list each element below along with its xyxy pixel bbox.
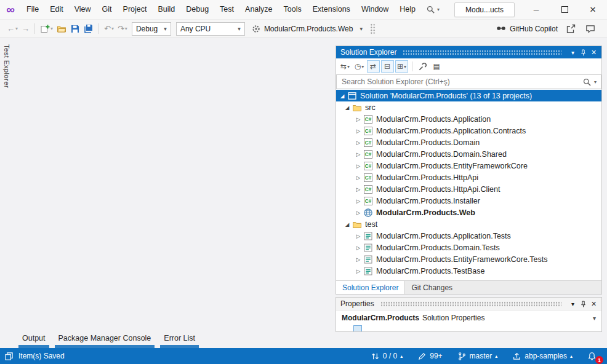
startup-project-dropdown[interactable]: ModularCrm.Products.Web ▾ bbox=[247, 24, 366, 34]
expander-icon[interactable]: ▷ bbox=[353, 116, 363, 122]
new-project-button[interactable]: ▾ bbox=[38, 22, 55, 36]
expander-icon[interactable]: ◢ bbox=[342, 105, 352, 111]
menu-item[interactable]: Test bbox=[214, 0, 239, 19]
tree-item[interactable]: ▷ ModularCrm.Products.TestBase bbox=[336, 265, 601, 277]
git-branch-selector[interactable]: master ▴ bbox=[457, 352, 498, 361]
toolbar-options-handle[interactable] bbox=[370, 23, 376, 34]
properties-header[interactable]: Properties ▾ × bbox=[336, 298, 601, 311]
pending-changes-filter-icon[interactable]: ◷▾ bbox=[353, 60, 366, 73]
solution-explorer-header[interactable]: Solution Explorer ▾ × bbox=[336, 46, 601, 58]
menu-item[interactable]: Edit bbox=[44, 0, 69, 19]
expander-icon[interactable]: ▷ bbox=[353, 245, 363, 251]
tree-item[interactable]: ▷ ModularCrm.Products.HttpApi.Client bbox=[336, 183, 601, 195]
expander-icon[interactable]: ▷ bbox=[353, 128, 363, 134]
collapse-all-icon[interactable]: ⊟ bbox=[381, 60, 394, 73]
github-copilot-button[interactable]: GitHub Copilot bbox=[496, 24, 558, 34]
window-position-icon[interactable]: ▾ bbox=[568, 301, 578, 307]
expander-icon[interactable]: ▷ bbox=[353, 198, 363, 204]
menu-item[interactable]: Analyze bbox=[239, 0, 278, 19]
git-sync-status[interactable]: 0 / 0 ▴ bbox=[371, 352, 403, 361]
tree-item[interactable]: ▷ ModularCrm.Products.EntityFrameworkCor… bbox=[336, 160, 601, 172]
undo-button[interactable]: ↶▾ bbox=[102, 22, 116, 36]
expander-icon[interactable]: ▷ bbox=[353, 175, 363, 181]
tree-item-test-folder[interactable]: ◢ test bbox=[336, 218, 601, 230]
git-repo-selector[interactable]: abp-samples ▴ bbox=[512, 352, 573, 361]
caret-down-icon[interactable]: ▾ bbox=[594, 79, 597, 85]
pin-icon[interactable] bbox=[579, 49, 587, 57]
visual-studio-logo-icon[interactable]: ∞ bbox=[0, 0, 21, 19]
redo-button[interactable]: ↷▾ bbox=[116, 22, 129, 36]
search-button[interactable]: ▾ bbox=[422, 5, 443, 14]
properties-object-dropdown[interactable]: ModularCrm.Products Solution Properties … bbox=[336, 311, 601, 325]
titlebar-search-box[interactable]: Modu...ucts bbox=[454, 2, 515, 17]
maximize-button[interactable] bbox=[550, 0, 579, 19]
open-file-button[interactable] bbox=[55, 22, 68, 36]
save-button[interactable] bbox=[68, 22, 82, 36]
minimize-button[interactable]: ─ bbox=[522, 0, 550, 19]
expander-icon[interactable]: ▷ bbox=[353, 140, 363, 146]
toolwindow-tab[interactable]: Package Manager Console bbox=[55, 332, 155, 348]
tab-git-changes[interactable]: Git Changes bbox=[405, 281, 459, 294]
background-tasks-icon[interactable] bbox=[4, 352, 14, 361]
menu-item[interactable]: Project bbox=[118, 0, 153, 19]
tree-item[interactable]: ▷ ModularCrm.Products.HttpApi bbox=[336, 172, 601, 183]
share-button[interactable] bbox=[564, 22, 577, 36]
solution-explorer-panel: Solution Explorer ▾ × ⇆▾◷▾⇄⊟⊞▾▤ ▾ bbox=[336, 46, 602, 295]
menu-item[interactable]: Git bbox=[97, 0, 118, 19]
pin-icon[interactable] bbox=[579, 300, 587, 308]
expander-icon[interactable]: ▷ bbox=[353, 268, 363, 274]
menu-item[interactable]: Extensions bbox=[307, 0, 356, 19]
close-icon[interactable]: × bbox=[589, 299, 599, 309]
properties-wrench-icon[interactable] bbox=[416, 60, 429, 73]
navigate-forward-button[interactable]: → bbox=[20, 22, 31, 36]
window-position-icon[interactable]: ▾ bbox=[568, 49, 578, 56]
configuration-dropdown[interactable]: Debug▾ bbox=[132, 22, 171, 36]
tree-item[interactable]: ▷ ModularCrm.Products.EntityFrameworkCor… bbox=[336, 253, 601, 265]
expander-icon[interactable]: ▷ bbox=[353, 186, 363, 192]
toolwindow-tab[interactable]: Output bbox=[18, 332, 49, 348]
menu-item[interactable]: Build bbox=[152, 0, 180, 19]
tree-item-solution[interactable]: ◢ Solution 'ModularCrm.Products' (13 of … bbox=[336, 90, 601, 101]
menu-item[interactable]: File bbox=[21, 0, 44, 19]
menu-item[interactable]: Tools bbox=[278, 0, 307, 19]
tab-test-explorer[interactable]: Test Explorer bbox=[3, 44, 10, 88]
toolwindow-tab[interactable]: Error List bbox=[160, 332, 199, 348]
solution-explorer-search-input[interactable] bbox=[337, 75, 578, 89]
tab-solution-explorer[interactable]: Solution Explorer bbox=[336, 281, 405, 294]
menu-item[interactable]: Help bbox=[394, 0, 421, 19]
platform-dropdown[interactable]: Any CPU▾ bbox=[176, 22, 245, 36]
pending-edits-status[interactable]: 99+ bbox=[417, 352, 442, 361]
notifications-bell[interactable]: 1 bbox=[587, 350, 600, 362]
navigate-back-button[interactable]: ←▾ bbox=[5, 22, 20, 36]
expander-icon[interactable]: ◢ bbox=[337, 93, 347, 99]
tree-item[interactable]: ▷ ModularCrm.Products.Domain.Tests bbox=[336, 242, 601, 253]
sync-with-active-document-icon[interactable]: ⇄ bbox=[367, 60, 380, 73]
expander-icon[interactable]: ◢ bbox=[342, 221, 352, 228]
expander-icon[interactable]: ▷ bbox=[353, 256, 363, 263]
search-icon[interactable] bbox=[582, 77, 592, 87]
tree-item[interactable]: ▷ ModularCrm.Products.Domain.Shared bbox=[336, 148, 601, 160]
tree-item[interactable]: ▷ ModularCrm.Products.Installer bbox=[336, 195, 601, 207]
menu-item[interactable]: Debug bbox=[180, 0, 214, 19]
tree-item[interactable]: ▷ ModularCrm.Products.Application.Contra… bbox=[336, 125, 601, 136]
node-icon bbox=[363, 149, 373, 159]
save-all-button[interactable] bbox=[82, 22, 95, 36]
menu-item[interactable]: Window bbox=[356, 0, 394, 19]
tree-item-web-startup-project[interactable]: ▷ ModularCrm.Products.Web bbox=[336, 207, 601, 218]
menu-item[interactable]: View bbox=[69, 0, 97, 19]
tree-item[interactable]: ▷ ModularCrm.Products.Domain bbox=[336, 136, 601, 148]
send-feedback-button[interactable] bbox=[584, 22, 597, 36]
tree-item[interactable]: ▷ ModularCrm.Products.Application.Tests bbox=[336, 230, 601, 242]
show-all-files-icon[interactable]: ⊞▾ bbox=[395, 60, 408, 73]
expander-icon[interactable]: ▷ bbox=[353, 163, 363, 169]
close-button[interactable]: × bbox=[579, 0, 607, 19]
preview-selected-items-icon[interactable]: ▤ bbox=[430, 60, 443, 73]
expander-icon[interactable]: ▷ bbox=[353, 151, 363, 157]
status-bar: Item(s) Saved 0 / 0 ▴ 99+ master ▴ abp-s… bbox=[0, 348, 607, 364]
close-icon[interactable]: × bbox=[589, 47, 599, 57]
tree-item[interactable]: ▷ ModularCrm.Products.Application bbox=[336, 113, 601, 125]
tree-item-src-folder[interactable]: ◢ src bbox=[336, 101, 601, 113]
expander-icon[interactable]: ▷ bbox=[353, 210, 363, 216]
switch-views-icon[interactable]: ⇆▾ bbox=[339, 60, 352, 73]
expander-icon[interactable]: ▷ bbox=[353, 233, 363, 239]
